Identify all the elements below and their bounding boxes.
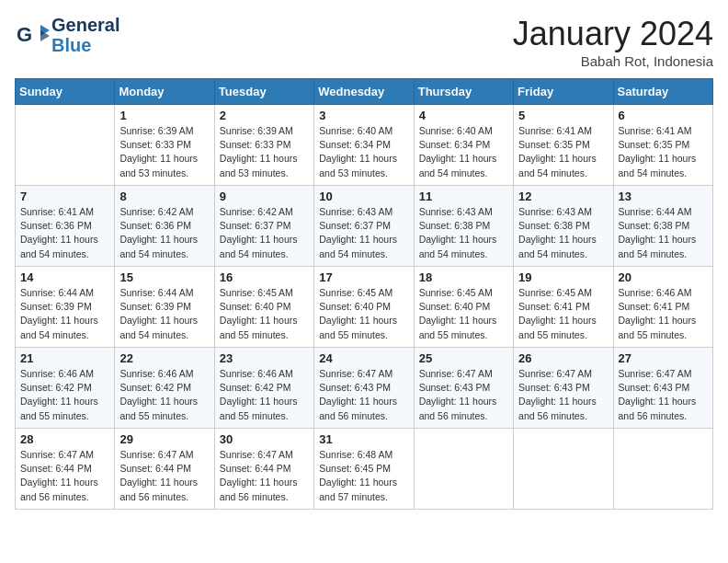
calendar-cell: 26Sunrise: 6:47 AM Sunset: 6:43 PM Dayli… [514,348,613,429]
logo-blue: Blue [51,35,119,55]
calendar-cell: 12Sunrise: 6:43 AM Sunset: 6:38 PM Dayli… [514,186,613,267]
calendar-week-2: 7Sunrise: 6:41 AM Sunset: 6:36 PM Daylig… [16,186,713,267]
calendar-cell: 22Sunrise: 6:46 AM Sunset: 6:42 PM Dayli… [115,348,214,429]
day-info: Sunrise: 6:41 AM Sunset: 6:35 PM Dayligh… [518,124,608,180]
day-info: Sunrise: 6:44 AM Sunset: 6:39 PM Dayligh… [119,286,209,342]
day-info: Sunrise: 6:42 AM Sunset: 6:36 PM Dayligh… [119,205,209,261]
day-info: Sunrise: 6:40 AM Sunset: 6:34 PM Dayligh… [419,124,508,180]
day-number: 31 [319,432,408,446]
day-number: 25 [419,351,508,365]
calendar-cell: 6Sunrise: 6:41 AM Sunset: 6:35 PM Daylig… [613,105,712,186]
day-info: Sunrise: 6:47 AM Sunset: 6:44 PM Dayligh… [20,448,109,504]
day-number: 5 [518,109,608,122]
day-number: 11 [419,190,508,203]
month-title: January 2024 [513,15,713,53]
day-number: 19 [518,270,608,284]
day-info: Sunrise: 6:41 AM Sunset: 6:36 PM Dayligh… [20,205,109,261]
day-number: 28 [20,432,109,446]
day-info: Sunrise: 6:45 AM Sunset: 6:40 PM Dayligh… [319,286,408,342]
day-info: Sunrise: 6:40 AM Sunset: 6:34 PM Dayligh… [319,124,408,180]
calendar-week-3: 14Sunrise: 6:44 AM Sunset: 6:39 PM Dayli… [16,267,713,348]
day-info: Sunrise: 6:41 AM Sunset: 6:35 PM Dayligh… [619,124,708,180]
calendar-table: SundayMondayTuesdayWednesdayThursdayFrid… [15,78,713,510]
logo-general: General [51,15,119,35]
calendar-cell: 30Sunrise: 6:47 AM Sunset: 6:44 PM Dayli… [214,429,313,510]
calendar-cell: 9Sunrise: 6:42 AM Sunset: 6:37 PM Daylig… [214,186,313,267]
day-number: 9 [220,190,309,203]
calendar-cell: 25Sunrise: 6:47 AM Sunset: 6:43 PM Dayli… [414,348,513,429]
header-saturday: Saturday [613,79,712,105]
calendar-cell: 11Sunrise: 6:43 AM Sunset: 6:38 PM Dayli… [414,186,513,267]
calendar-cell [16,105,115,186]
day-info: Sunrise: 6:39 AM Sunset: 6:33 PM Dayligh… [119,124,209,180]
day-info: Sunrise: 6:43 AM Sunset: 6:37 PM Dayligh… [319,205,408,261]
calendar-cell: 13Sunrise: 6:44 AM Sunset: 6:38 PM Dayli… [613,186,712,267]
calendar-cell: 14Sunrise: 6:44 AM Sunset: 6:39 PM Dayli… [16,267,115,348]
svg-text:G: G [17,23,32,46]
day-info: Sunrise: 6:45 AM Sunset: 6:41 PM Dayligh… [518,286,608,342]
day-number: 7 [20,190,109,203]
day-info: Sunrise: 6:45 AM Sunset: 6:40 PM Dayligh… [419,286,508,342]
day-number: 16 [220,270,309,284]
header-monday: Monday [115,79,214,105]
calendar-cell: 15Sunrise: 6:44 AM Sunset: 6:39 PM Dayli… [115,267,214,348]
day-number: 26 [518,351,608,365]
day-number: 27 [619,351,708,365]
day-info: Sunrise: 6:47 AM Sunset: 6:44 PM Dayligh… [220,448,309,504]
day-number: 30 [220,432,309,446]
calendar-cell: 18Sunrise: 6:45 AM Sunset: 6:40 PM Dayli… [414,267,513,348]
day-info: Sunrise: 6:46 AM Sunset: 6:41 PM Dayligh… [619,286,708,342]
day-number: 8 [119,190,209,203]
day-number: 2 [220,109,309,122]
calendar-cell: 29Sunrise: 6:47 AM Sunset: 6:44 PM Dayli… [115,429,214,510]
calendar-cell: 28Sunrise: 6:47 AM Sunset: 6:44 PM Dayli… [16,429,115,510]
calendar-cell: 16Sunrise: 6:45 AM Sunset: 6:40 PM Dayli… [214,267,313,348]
calendar-cell: 19Sunrise: 6:45 AM Sunset: 6:41 PM Dayli… [514,267,613,348]
logo-icon: G [15,17,50,52]
calendar-week-4: 21Sunrise: 6:46 AM Sunset: 6:42 PM Dayli… [16,348,713,429]
calendar-cell: 24Sunrise: 6:47 AM Sunset: 6:43 PM Dayli… [314,348,414,429]
calendar-cell: 5Sunrise: 6:41 AM Sunset: 6:35 PM Daylig… [514,105,613,186]
calendar-cell [414,429,513,510]
calendar-cell: 17Sunrise: 6:45 AM Sunset: 6:40 PM Dayli… [314,267,414,348]
day-number: 21 [20,351,109,365]
day-number: 20 [619,270,708,284]
calendar-cell [514,429,613,510]
day-number: 18 [419,270,508,284]
day-number: 1 [119,109,209,122]
day-number: 15 [119,270,209,284]
header-tuesday: Tuesday [214,79,313,105]
day-number: 22 [119,351,209,365]
day-number: 17 [319,270,408,284]
day-info: Sunrise: 6:39 AM Sunset: 6:33 PM Dayligh… [220,124,309,180]
day-info: Sunrise: 6:46 AM Sunset: 6:42 PM Dayligh… [220,367,309,423]
day-info: Sunrise: 6:47 AM Sunset: 6:44 PM Dayligh… [119,448,209,504]
day-number: 29 [119,432,209,446]
calendar-week-1: 1Sunrise: 6:39 AM Sunset: 6:33 PM Daylig… [16,105,713,186]
day-info: Sunrise: 6:47 AM Sunset: 6:43 PM Dayligh… [619,367,708,423]
day-info: Sunrise: 6:43 AM Sunset: 6:38 PM Dayligh… [419,205,508,261]
day-info: Sunrise: 6:47 AM Sunset: 6:43 PM Dayligh… [518,367,608,423]
day-info: Sunrise: 6:47 AM Sunset: 6:43 PM Dayligh… [319,367,408,423]
calendar-cell: 4Sunrise: 6:40 AM Sunset: 6:34 PM Daylig… [414,105,513,186]
calendar-cell: 21Sunrise: 6:46 AM Sunset: 6:42 PM Dayli… [16,348,115,429]
calendar-cell: 27Sunrise: 6:47 AM Sunset: 6:43 PM Dayli… [613,348,712,429]
header-thursday: Thursday [414,79,513,105]
day-number: 13 [619,190,708,203]
calendar-cell: 3Sunrise: 6:40 AM Sunset: 6:34 PM Daylig… [314,105,414,186]
calendar-cell [613,429,712,510]
day-info: Sunrise: 6:46 AM Sunset: 6:42 PM Dayligh… [119,367,209,423]
calendar-cell: 23Sunrise: 6:46 AM Sunset: 6:42 PM Dayli… [214,348,313,429]
day-number: 4 [419,109,508,122]
calendar-cell: 7Sunrise: 6:41 AM Sunset: 6:36 PM Daylig… [16,186,115,267]
day-info: Sunrise: 6:48 AM Sunset: 6:45 PM Dayligh… [319,448,408,504]
calendar-cell: 31Sunrise: 6:48 AM Sunset: 6:45 PM Dayli… [314,429,414,510]
page-header: G General Blue January 2024 Babah Rot, I… [15,15,713,69]
header-wednesday: Wednesday [314,79,414,105]
calendar-cell: 10Sunrise: 6:43 AM Sunset: 6:37 PM Dayli… [314,186,414,267]
title-block: January 2024 Babah Rot, Indonesia [513,15,713,69]
day-number: 24 [319,351,408,365]
logo: G General Blue [15,15,119,55]
day-number: 3 [319,109,408,122]
location: Babah Rot, Indonesia [513,53,713,69]
